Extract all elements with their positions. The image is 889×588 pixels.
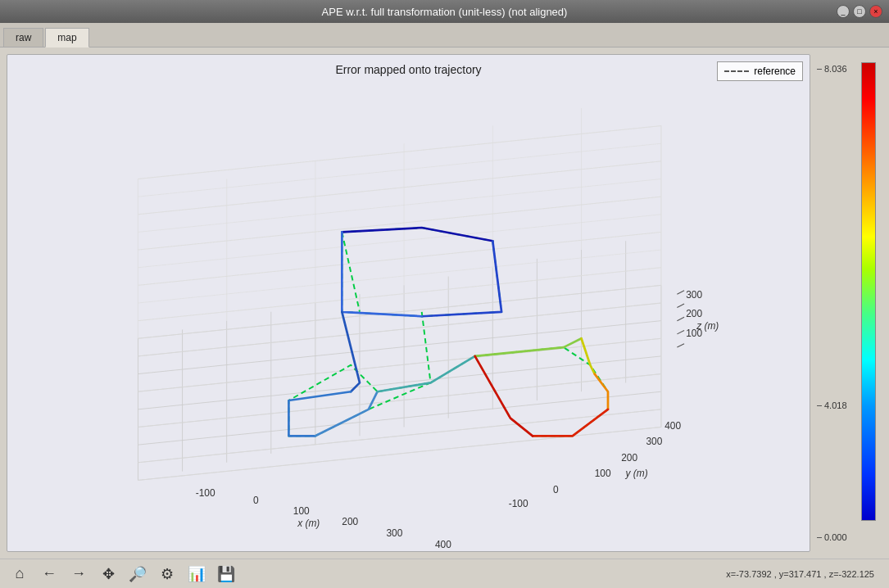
svg-text:x (m): x (m) <box>297 518 320 529</box>
plot-container: Error mapped onto trajectory reference <box>7 54 810 552</box>
forward-button[interactable]: → <box>67 563 90 586</box>
colorbar-mid-label: 4.018 <box>817 400 858 410</box>
svg-line-45 <box>138 303 660 356</box>
colorbar-min-label: 0.000 <box>817 532 858 542</box>
svg-line-40 <box>138 126 660 179</box>
svg-text:200: 200 <box>342 516 358 527</box>
svg-text:200: 200 <box>621 452 637 464</box>
svg-line-53 <box>677 331 684 334</box>
colorbar-gradient <box>861 62 876 521</box>
plot-svg: -100 0 100 200 300 400 x (m) 100 0 -100 … <box>7 55 810 551</box>
window-controls[interactable]: _ □ × <box>837 5 882 18</box>
tab-map[interactable]: map <box>45 28 88 47</box>
svg-line-4 <box>138 356 660 409</box>
svg-text:-100: -100 <box>509 498 528 509</box>
titlebar: APE w.r.t. full transformation (unit-les… <box>0 0 889 23</box>
svg-text:0: 0 <box>553 484 559 495</box>
svg-line-48 <box>138 409 660 463</box>
tab-bar: raw map <box>0 23 889 47</box>
svg-line-54 <box>677 344 684 347</box>
svg-line-30 <box>138 250 660 303</box>
svg-line-32 <box>138 285 660 338</box>
svg-line-42 <box>138 197 660 250</box>
restore-button[interactable]: □ <box>853 5 866 18</box>
svg-text:200: 200 <box>686 308 702 319</box>
svg-line-51 <box>677 304 684 307</box>
svg-line-52 <box>677 317 684 320</box>
svg-line-43 <box>138 232 660 285</box>
svg-text:y (m): y (m) <box>625 468 648 479</box>
colorbar-container: 8.036 4.018 0.000 <box>817 54 882 552</box>
svg-line-26 <box>138 179 660 233</box>
toolbar: ⌂ ← → ✥ 🔎 ⚙ 📊 💾 x=-73.7392 , y=317.471 ,… <box>0 559 889 588</box>
save-button[interactable]: 💾 <box>215 563 238 586</box>
svg-text:300: 300 <box>646 436 663 447</box>
chart-button[interactable]: 📊 <box>185 563 208 586</box>
svg-line-6 <box>138 321 660 374</box>
svg-text:100: 100 <box>595 468 611 479</box>
svg-line-28 <box>138 215 660 268</box>
window-title: APE w.r.t. full transformation (unit-les… <box>322 6 568 18</box>
back-button[interactable]: ← <box>38 563 61 586</box>
svg-line-47 <box>138 374 660 427</box>
svg-line-41 <box>138 161 660 215</box>
svg-text:300: 300 <box>386 527 402 539</box>
svg-text:300: 300 <box>686 289 702 301</box>
svg-text:400: 400 <box>664 420 681 432</box>
zoom-button[interactable]: 🔎 <box>126 563 149 586</box>
tab-raw[interactable]: raw <box>3 28 43 47</box>
svg-text:0: 0 <box>253 495 259 506</box>
status-bar: x=-73.7392 , y=317.471 , z=-322.125 <box>719 568 881 581</box>
svg-line-2 <box>138 391 660 445</box>
svg-text:-100: -100 <box>196 487 215 499</box>
config-button[interactable]: ⚙ <box>156 563 179 586</box>
svg-line-49 <box>138 427 660 481</box>
svg-line-24 <box>138 143 660 197</box>
home-button[interactable]: ⌂ <box>8 563 31 586</box>
pan-button[interactable]: ✥ <box>97 563 120 586</box>
svg-line-44 <box>138 268 660 321</box>
close-button[interactable]: × <box>869 5 882 18</box>
svg-text:400: 400 <box>435 539 451 550</box>
svg-line-50 <box>677 291 684 294</box>
main-area: Error mapped onto trajectory reference <box>0 47 889 559</box>
minimize-button[interactable]: _ <box>837 5 850 18</box>
svg-text:z (m): z (m) <box>696 320 719 332</box>
svg-text:100: 100 <box>293 505 310 517</box>
colorbar-max-label: 8.036 <box>817 64 858 74</box>
svg-line-46 <box>138 338 660 391</box>
